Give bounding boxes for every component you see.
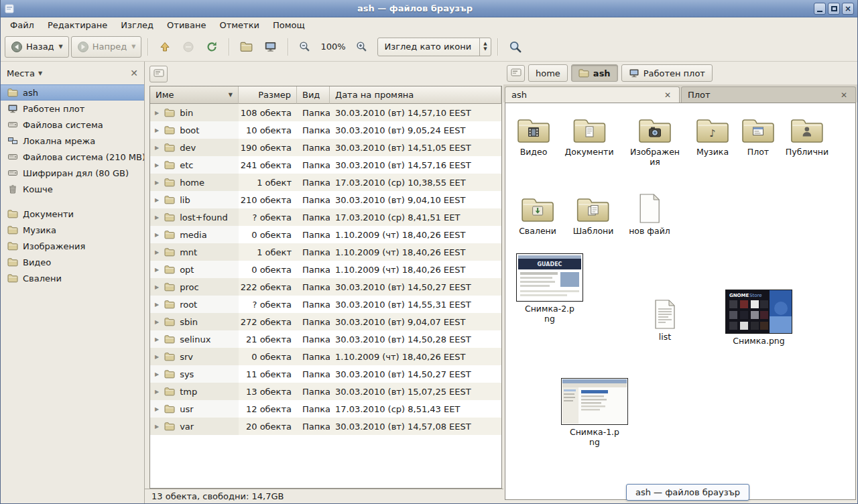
back-button[interactable]: Назад ▼ [5,36,69,58]
zoom-out-button[interactable] [294,36,315,58]
menu-item[interactable]: Редактиране [41,19,114,32]
expander-icon[interactable]: ▶ [155,127,159,133]
icon-view-item[interactable]: нов файл [629,193,670,236]
zoom-in-button[interactable] [351,36,372,58]
expander-icon[interactable]: ▶ [155,371,159,377]
file-row[interactable]: ▶srv0 обектаПапка1.10.2009 (чт) 18,40,26… [150,348,501,365]
expander-icon[interactable]: ▶ [155,180,159,186]
sidebar-item[interactable]: Файлова система [1,117,144,133]
expander-icon[interactable]: ▶ [155,354,159,360]
sidebar-item[interactable]: Музика [1,222,144,238]
expander-icon[interactable]: ▶ [155,232,159,238]
file-row[interactable]: ▶sys11 обектаПапка30.03.2010 (вт) 14,50,… [150,365,501,383]
tab-close-icon[interactable]: ✕ [662,90,673,101]
file-row[interactable]: ▶etc241 обектаПапка30.03.2010 (вт) 14,57… [150,156,501,174]
view-mode-select[interactable]: Изглед като икони ▲▼ [377,38,491,56]
expander-icon[interactable]: ▶ [155,267,159,273]
computer-button[interactable] [259,36,282,58]
reload-button[interactable] [201,36,223,58]
back-dropdown-icon[interactable]: ▼ [59,44,63,50]
tab[interactable]: ash✕ [505,86,680,103]
home-button[interactable] [235,36,257,58]
file-row[interactable]: ▶dev190 обектаПапка30.03.2010 (вт) 14,51… [150,139,501,156]
icon-view-item[interactable]: Видео [515,115,552,157]
file-row[interactable]: ▶usr12 обектаПапка17.03.2010 (ср) 8,51,4… [150,400,501,418]
sidebar-item[interactable]: Свалени [1,270,144,286]
icon-view-item[interactable]: list [652,299,678,342]
icon-view-item[interactable]: Шаблони [573,194,614,236]
file-row[interactable]: ▶root? обектаПапка30.03.2010 (вт) 14,55,… [150,296,501,313]
column-header[interactable]: Дата на промяна [330,86,501,104]
stop-button[interactable] [178,36,199,58]
file-row[interactable]: ▶tmp13 обектаПапка30.03.2010 (вт) 15,07,… [150,383,501,400]
file-row[interactable]: ▶bin108 обектаПапка30.03.2010 (вт) 14,57… [150,104,501,121]
sidebar-title-select[interactable]: Места ▼ [7,68,42,78]
icon-view-item[interactable]: Плот [740,115,776,157]
sidebar-item[interactable]: Файлова система (210 MB) [1,149,144,165]
icon-view-item[interactable]: ♪Музика [694,115,731,157]
sidebar-item[interactable]: Локална мрежа [1,133,144,149]
tab[interactable]: Плот✕ [681,86,856,103]
file-row[interactable]: ▶proc222 обектаПапка30.03.2010 (вт) 14,5… [150,278,501,296]
expander-icon[interactable]: ▶ [155,284,159,290]
expander-icon[interactable]: ▶ [155,336,159,342]
icon-view-item[interactable]: Документи [564,115,613,157]
expander-icon[interactable]: ▶ [155,162,159,168]
icon-view-item[interactable]: Изображения [628,115,682,167]
expander-icon[interactable]: ▶ [155,249,159,255]
file-row[interactable]: ▶boot10 обектаПапка30.03.2010 (вт) 9,05,… [150,121,501,139]
sidebar-item[interactable]: ash [1,84,144,101]
file-row[interactable]: ▶lost+found? обектаПапка17.03.2010 (ср) … [150,208,501,226]
expander-icon[interactable]: ▶ [155,424,159,430]
up-button[interactable] [154,36,176,58]
file-row[interactable]: ▶var20 обектаПапка30.03.2010 (вт) 14,57,… [150,418,501,435]
file-row[interactable]: ▶mnt1 обектПапка1.10.2009 (чт) 18,40,26 … [150,243,501,261]
sidebar-item[interactable]: Кошче [1,181,144,197]
titlebar[interactable]: ash — файлов браузър × [1,0,857,17]
expander-icon[interactable]: ▶ [155,302,159,308]
icon-view-item[interactable]: Свалени [519,194,556,236]
expander-icon[interactable]: ▶ [155,406,159,412]
sidebar-item[interactable]: Видео [1,254,144,270]
file-row[interactable]: ▶opt0 обектаПапка1.10.2009 (чт) 18,40,26… [150,261,501,278]
icon-view-item[interactable]: GUADECСнимка-2.png [516,253,583,324]
icon-view[interactable]: ВидеоДокументиИзображения♪МузикаПлотПубл… [505,103,856,500]
file-row[interactable]: ▶media0 обектаПапка1.10.2009 (чт) 18,40,… [150,226,501,243]
tab-close-icon[interactable]: ✕ [839,90,849,101]
icon-view-item[interactable]: Снимка-1.png [561,378,628,447]
sidebar-item[interactable]: Работен плот [1,101,144,117]
column-header[interactable]: Име▼ [150,86,239,104]
file-row[interactable]: ▶selinux21 обектаПапка30.03.2010 (вт) 14… [150,330,501,348]
toggle-location-entry-button[interactable] [507,65,525,82]
menu-item[interactable]: Отметки [212,19,265,32]
forward-button[interactable]: Напред ▼ [71,36,142,58]
maximize-button[interactable] [828,3,840,15]
breadcrumb-button[interactable]: Работен плот [621,64,713,82]
expander-icon[interactable]: ▶ [155,145,159,151]
sidebar-item[interactable]: Документи [1,206,144,222]
view-mode-spinner[interactable]: ▲▼ [479,38,490,56]
menu-item[interactable]: Помощ [266,19,312,32]
expander-icon[interactable]: ▶ [155,214,159,220]
menu-item[interactable]: Файл [3,19,41,32]
sidebar-close-button[interactable]: ✕ [130,68,138,78]
column-header[interactable]: Размер [239,86,297,104]
file-row[interactable]: ▶lib210 обектаПапка30.03.2010 (вт) 9,04,… [150,191,501,208]
icon-view-item[interactable]: GNOMEStoreСнимка.png [725,290,792,346]
expander-icon[interactable]: ▶ [155,389,159,395]
minimize-button[interactable] [814,3,826,15]
expander-icon[interactable]: ▶ [155,319,159,325]
sidebar-item[interactable]: Шифриран дял (80 GB) [1,165,144,181]
column-header[interactable]: Вид [297,86,330,104]
close-button[interactable]: × [842,3,854,15]
menu-item[interactable]: Изглед [114,19,160,32]
search-button[interactable] [504,36,527,58]
toggle-location-entry-button[interactable] [149,66,168,82]
file-row[interactable]: ▶home1 обектПапка17.03.2010 (ср) 10,38,5… [150,174,501,191]
icon-view-item[interactable]: Публични [786,115,829,157]
breadcrumb-button[interactable]: ash [571,64,618,82]
breadcrumb-button[interactable]: home [528,64,568,82]
expander-icon[interactable]: ▶ [155,110,159,116]
expander-icon[interactable]: ▶ [155,197,159,203]
file-row[interactable]: ▶sbin272 обектаПапка30.03.2010 (вт) 9,04… [150,313,501,330]
